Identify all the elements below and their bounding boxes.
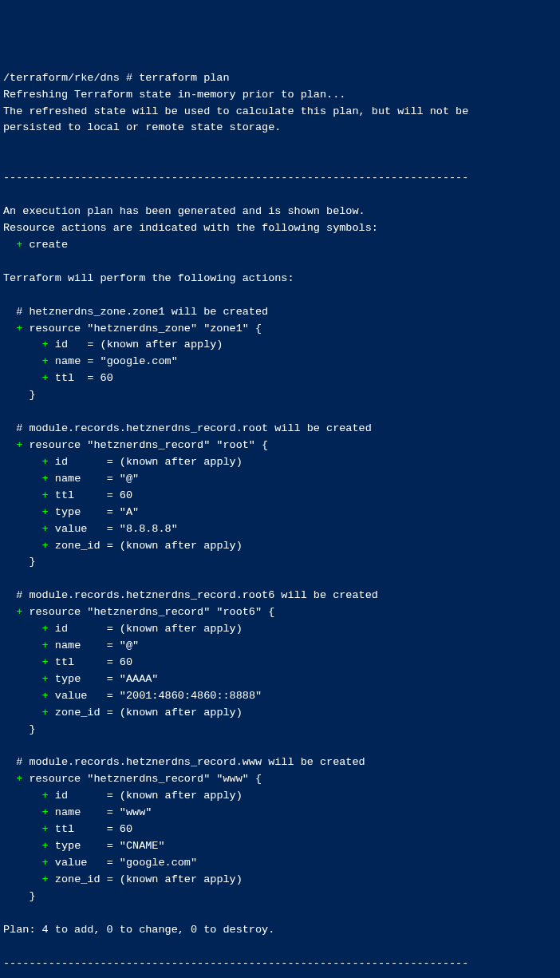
- attr-key: zone_id: [55, 707, 101, 719]
- plus-icon: +: [42, 339, 49, 350]
- attr-key: name: [55, 355, 81, 367]
- output-line: The refreshed state will be used to calc…: [3, 104, 557, 121]
- plus-icon: +: [16, 439, 22, 451]
- attr-key: zone_id: [55, 873, 101, 885]
- resource-attr: + name = "www": [3, 805, 557, 822]
- plus-icon: +: [42, 857, 49, 869]
- output-line: An execution plan has been generated and…: [3, 204, 557, 220]
- prompt-path: /terraform/rke/dns #: [3, 72, 132, 84]
- resource-declaration: + resource "hetznerdns_record" "www" {: [3, 771, 557, 788]
- attr-value: "A": [120, 506, 139, 518]
- resource-attr: + zone_id = (known after apply): [3, 705, 557, 722]
- blank-line: [3, 972, 557, 978]
- resource-declaration: + resource "hetznerdns_record" "root6" {: [3, 604, 557, 621]
- attr-key: value: [55, 857, 101, 869]
- attr-value: "2001:4860:4860::8888": [120, 690, 262, 702]
- resource-attr: + name = "google.com": [3, 354, 557, 370]
- attr-value: "www": [120, 806, 152, 818]
- attr-key: name: [55, 473, 101, 485]
- attr-value: (known after apply): [120, 456, 243, 468]
- plus-icon: +: [42, 656, 49, 668]
- attr-value: 60: [120, 489, 132, 501]
- attr-value: 60: [120, 823, 132, 835]
- resource-attr: + ttl = 60: [3, 488, 557, 505]
- resource-attr: + zone_id = (known after apply): [3, 538, 557, 555]
- plan-summary: Plan: 4 to add, 0 to change, 0 to destro…: [3, 922, 557, 939]
- output-line: Refreshing Terraform state in-memory pri…: [3, 87, 557, 104]
- resource-close: }: [3, 722, 557, 738]
- resource-attr: + ttl = 60: [3, 822, 557, 838]
- plus-icon: +: [42, 456, 49, 468]
- resource-attr: + zone_id = (known after apply): [3, 872, 557, 889]
- resource-attr: + ttl = 60: [3, 370, 557, 387]
- plus-icon: +: [42, 873, 49, 885]
- plus-icon: +: [42, 540, 49, 552]
- plus-icon: +: [42, 473, 49, 485]
- resource-attr: + name = "@": [3, 638, 557, 655]
- resource-comment: # module.records.hetznerdns_record.root6…: [3, 588, 557, 604]
- command-input: terraform plan: [139, 72, 229, 84]
- plus-icon: +: [42, 790, 49, 802]
- attr-key: type: [55, 673, 101, 685]
- attr-key: zone_id: [55, 540, 101, 552]
- output-line: Terraform will perform the following act…: [3, 271, 557, 287]
- resource-attr: + value = "8.8.8.8": [3, 521, 557, 538]
- attr-value: "AAAA": [120, 673, 159, 685]
- resource-attr: + type = "CNAME": [3, 838, 557, 855]
- plus-icon: +: [42, 523, 49, 535]
- resource-attr: + type = "A": [3, 505, 557, 521]
- attr-value: 60: [120, 656, 132, 668]
- blank-line: [3, 939, 557, 956]
- attr-value: "@": [120, 473, 139, 485]
- resource-comment: # hetznerdns_zone.zone1 will be created: [3, 304, 557, 321]
- blank-line: [3, 287, 557, 304]
- output-line: persisted to local or remote state stora…: [3, 120, 557, 137]
- plus-icon: +: [42, 639, 49, 651]
- attr-key: name: [55, 639, 101, 651]
- attr-value: "google.com": [120, 857, 197, 869]
- attr-value: (known after apply): [120, 623, 243, 635]
- resource-close: }: [3, 889, 557, 905]
- plus-icon: +: [42, 823, 49, 835]
- attr-key: value: [55, 690, 101, 702]
- resource-attr: + id = (known after apply): [3, 337, 557, 354]
- blank-line: [3, 905, 557, 922]
- resource-attr: + ttl = 60: [3, 655, 557, 671]
- blank-line: [3, 137, 557, 153]
- plus-icon: +: [16, 606, 22, 618]
- resource-close: }: [3, 387, 557, 404]
- attr-key: id: [55, 790, 101, 802]
- plus-icon: +: [42, 840, 49, 852]
- prompt-line[interactable]: /terraform/rke/dns # terraform plan: [3, 70, 557, 87]
- attr-value: (known after apply): [120, 790, 243, 802]
- output-line: Resource actions are indicated with the …: [3, 220, 557, 237]
- blank-line: [3, 254, 557, 271]
- attr-value: "8.8.8.8": [120, 523, 178, 535]
- attr-value: (known after apply): [120, 707, 243, 719]
- attr-key: type: [55, 840, 101, 852]
- resource-comment: # module.records.hetznerdns_record.root …: [3, 421, 557, 438]
- plus-icon: +: [42, 707, 49, 719]
- plus-icon: +: [42, 673, 49, 685]
- resource-declaration: + resource "hetznerdns_zone" "zone1" {: [3, 321, 557, 338]
- resource-attr: + value = "2001:4860:4860::8888": [3, 688, 557, 705]
- plus-icon: +: [42, 489, 49, 501]
- resource-attr: + name = "@": [3, 471, 557, 488]
- resource-attr: + id = (known after apply): [3, 788, 557, 805]
- attr-key: ttl: [55, 372, 81, 384]
- plus-icon: +: [42, 372, 49, 384]
- attr-key: type: [55, 506, 101, 518]
- blank-line: [3, 738, 557, 755]
- attr-value: "google.com": [101, 355, 178, 367]
- attr-value: "@": [120, 639, 139, 651]
- plus-icon: +: [42, 506, 49, 518]
- hr-line: ----------------------------------------…: [3, 170, 557, 187]
- resources-block: # hetznerdns_zone.zone1 will be created …: [3, 304, 557, 922]
- attr-value: 60: [101, 372, 113, 384]
- hr-line: ----------------------------------------…: [3, 956, 557, 972]
- plus-icon: +: [42, 355, 49, 367]
- plus-icon: +: [42, 806, 49, 818]
- plus-icon: +: [16, 239, 22, 251]
- attr-value: (known after apply): [120, 540, 243, 552]
- plus-icon: +: [16, 323, 22, 335]
